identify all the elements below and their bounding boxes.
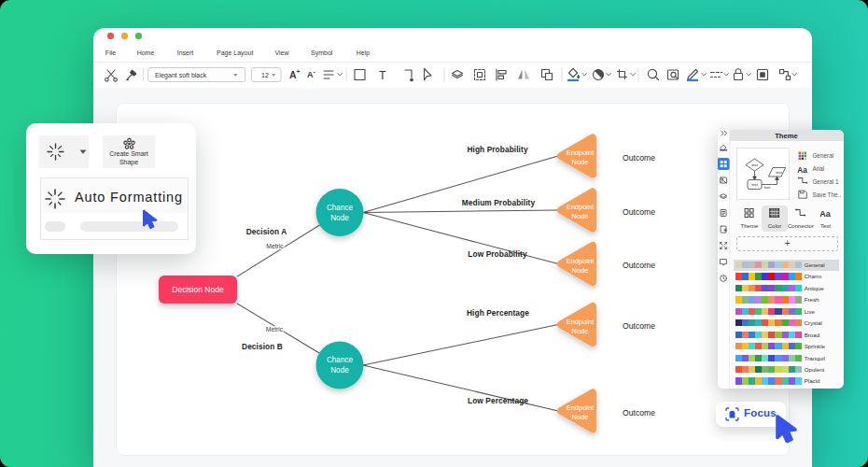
svg-text:-: - xyxy=(314,68,316,75)
svg-text:Node: Node xyxy=(572,212,589,220)
svg-text:Node: Node xyxy=(572,266,589,275)
svg-text:Node: Node xyxy=(330,366,349,375)
svg-text:Aa: Aa xyxy=(798,166,808,175)
svg-text:Outcome: Outcome xyxy=(623,207,655,217)
svg-text:T: T xyxy=(379,69,386,82)
svg-text:Medium Probability: Medium Probability xyxy=(462,198,536,207)
svg-text:Chance: Chance xyxy=(327,204,354,212)
svg-text:Outcome: Outcome xyxy=(623,261,655,270)
svg-text:Low Probability: Low Probability xyxy=(468,249,527,259)
svg-text:Save The...: Save The... xyxy=(813,191,842,198)
svg-text:High Probability: High Probability xyxy=(467,145,527,154)
svg-text:Endpoint: Endpoint xyxy=(567,403,595,412)
svg-text:Endpoint: Endpoint xyxy=(567,203,595,211)
svg-text:Node: Node xyxy=(572,413,589,421)
svg-text:General: General xyxy=(813,152,834,159)
svg-text:12: 12 xyxy=(261,72,269,78)
svg-text:Node: Node xyxy=(572,158,589,166)
svg-text:text: text xyxy=(751,163,759,168)
svg-text:Endpoint: Endpoint xyxy=(567,318,595,326)
svg-text:Outcome: Outcome xyxy=(623,153,655,163)
svg-text:Node: Node xyxy=(572,327,589,335)
svg-text:General 1: General 1 xyxy=(813,178,840,185)
svg-text:text: text xyxy=(776,171,783,176)
svg-text:Arial: Arial xyxy=(813,165,825,172)
svg-text:Outcome: Outcome xyxy=(623,321,655,331)
svg-text:Elegant soft black: Elegant soft black xyxy=(155,72,207,79)
svg-text:Decision A: Decision A xyxy=(246,227,287,236)
svg-text:Low Percentage: Low Percentage xyxy=(468,396,528,405)
svg-text:Chance: Chance xyxy=(327,356,354,364)
svg-text:Aa: Aa xyxy=(820,209,832,219)
svg-text:Metric: Metric xyxy=(266,243,284,249)
svg-text:High Percentage: High Percentage xyxy=(467,308,529,318)
svg-text:text: text xyxy=(751,183,759,188)
svg-text:Endpoint: Endpoint xyxy=(567,149,595,157)
svg-text:text: text xyxy=(764,185,772,190)
svg-text:Node: Node xyxy=(330,214,349,222)
svg-text:Metric: Metric xyxy=(266,326,284,333)
svg-text:Endpoint: Endpoint xyxy=(567,257,595,265)
svg-text:Decision Node: Decision Node xyxy=(172,285,224,294)
svg-text:+: + xyxy=(297,68,301,75)
svg-text:Outcome: Outcome xyxy=(623,408,655,417)
svg-text:Decision B: Decision B xyxy=(242,342,283,351)
